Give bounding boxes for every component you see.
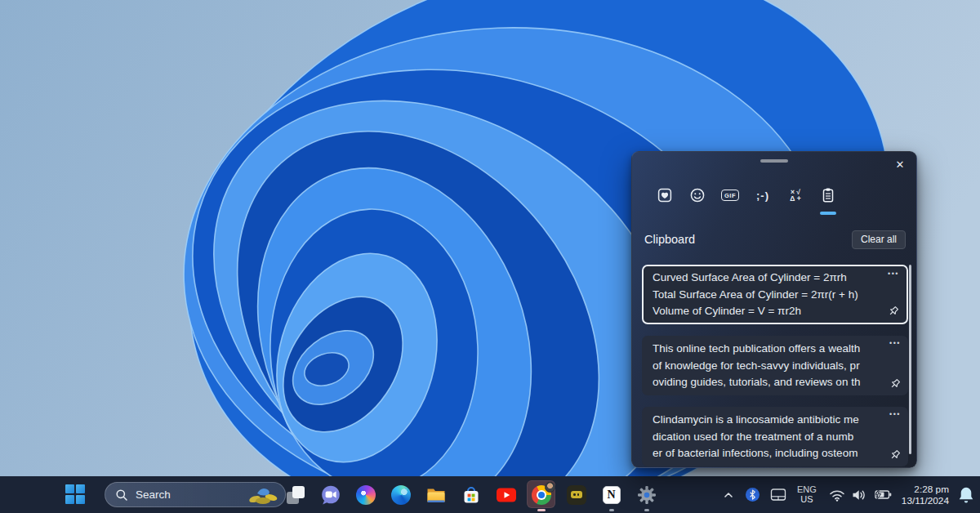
system-tray: ENG US [723,476,980,513]
desktop: ✕ GIF ;-) [0,0,980,513]
copilot-icon [356,485,376,505]
clipboard-item[interactable]: Clindamycin is a lincosamide antibiotic … [642,407,908,466]
touchpad-tray-button[interactable] [770,488,786,502]
smiley-icon [689,187,706,203]
panel-scrollbar[interactable] [909,265,911,454]
more-options-icon[interactable]: ••• [888,270,899,278]
taskbar-app-unknown[interactable] [559,476,594,513]
taskbar-app-settings[interactable] [629,476,664,513]
clipboard-icon [820,187,836,203]
heart-square-icon [657,187,673,203]
tab-kaomoji[interactable]: ;-) [751,183,775,207]
active-tab-indicator [820,212,836,215]
pin-icon[interactable] [889,377,902,390]
wifi-icon [829,488,845,502]
show-hidden-icons-button[interactable] [723,490,734,500]
taskbar-app-youtube[interactable] [488,476,523,513]
emoji-panel-tabs: GIF ;-) × √Δ + [648,183,844,207]
taskbar-app-teams-chat[interactable] [313,476,348,513]
settings-gear-icon [637,485,657,505]
more-options-icon[interactable]: ••• [889,339,901,347]
tab-gif[interactable]: GIF [718,183,742,207]
windows-logo-icon [65,484,74,493]
chevron-up-icon [723,490,734,500]
search-placeholder: Search [136,488,246,501]
youtube-icon [497,488,516,502]
file-explorer-icon [426,487,446,503]
search-input[interactable]: Search [105,482,286,507]
clipboard-item-list: Curved Surface Area of Cylinder = 2πrh T… [642,265,908,478]
clipboard-item[interactable]: This online tech publication offers a we… [642,336,908,395]
gif-icon: GIF [721,190,739,201]
clipboard-item-text: This online tech publication offers a we… [653,341,872,390]
clipboard-header: Clipboard Clear all [644,230,906,249]
kaomoji-icon: ;-) [756,190,769,202]
language-indicator[interactable]: ENG US [797,485,817,504]
taskbar-app-file-explorer[interactable] [418,476,453,513]
battery-charging-icon [872,488,892,501]
bell-icon [958,486,974,504]
tray-time: 2:28 pm [914,484,949,495]
wifi-tray-button[interactable] [829,488,845,502]
clipboard-item-text: Clindamycin is a lincosamide antibiotic … [653,412,872,462]
tab-most-recently-used[interactable] [653,183,677,207]
notion-icon: N [603,486,621,504]
panel-drag-handle[interactable] [760,159,788,163]
clock[interactable]: 2:28 pm 13/11/2024 [902,484,949,506]
bluetooth-icon [746,488,760,502]
panel-title: Clipboard [644,233,695,246]
task-view-button[interactable] [278,476,313,513]
unknown-app-icon [567,485,586,505]
notification-center-button[interactable] [958,486,974,504]
tab-symbols[interactable]: × √Δ + [783,183,808,207]
clipboard-panel: ✕ GIF ;-) [631,151,917,468]
taskbar-app-chrome[interactable] [523,476,559,513]
running-indicator [537,509,546,511]
more-options-icon[interactable]: ••• [889,410,901,418]
close-icon[interactable]: ✕ [891,155,909,173]
chrome-profile-avatar [545,482,555,493]
task-view-icon [287,486,305,504]
running-indicator [644,509,649,511]
search-icon [115,488,128,502]
taskbar-app-copilot[interactable] [348,476,383,513]
teams-chat-icon [320,484,341,506]
pin-icon[interactable] [887,305,900,318]
battery-tray-button[interactable] [872,488,892,501]
clipboard-item-text: Curved Surface Area of Cylinder = 2πrh T… [653,270,872,319]
chrome-icon [532,485,551,505]
bluetooth-tray-button[interactable] [746,488,760,502]
pin-icon[interactable] [889,448,902,462]
clear-all-button[interactable]: Clear all [852,230,906,249]
taskbar-app-notion[interactable]: N [594,476,629,513]
taskbar-app-edge[interactable] [383,476,418,513]
symbols-icon: × √Δ + [790,189,800,203]
volume-icon [851,488,866,502]
taskbar-apps: N [278,476,664,513]
touchpad-icon [770,488,786,502]
tab-emoji[interactable] [685,183,710,207]
clipboard-item[interactable]: Curved Surface Area of Cylinder = 2πrh T… [642,265,908,324]
volume-tray-button[interactable] [851,488,866,502]
edge-icon [391,485,411,505]
tab-clipboard[interactable] [816,183,840,207]
search-highlight-image[interactable] [246,484,280,506]
taskbar-app-microsoft-store[interactable] [453,476,488,513]
tray-date: 13/11/2024 [902,495,949,506]
running-indicator [609,509,614,511]
start-button[interactable] [65,484,85,504]
microsoft-store-icon [461,485,482,505]
taskbar: Search [0,476,980,513]
